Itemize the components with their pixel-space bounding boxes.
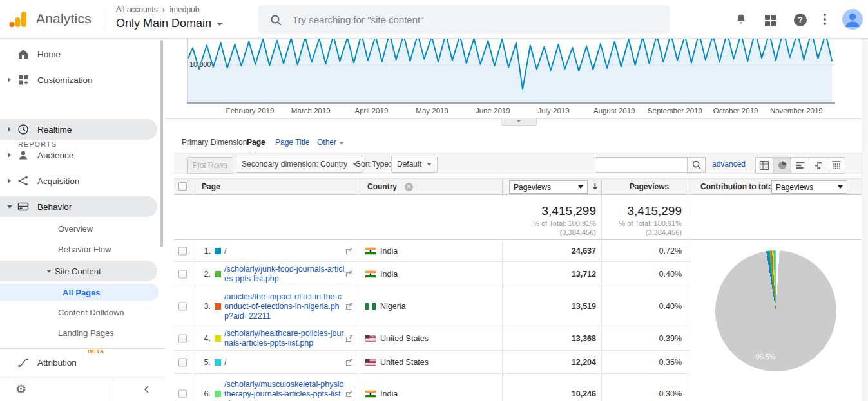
primary-dimension-page[interactable]: Page xyxy=(247,138,265,147)
chevron-down-icon xyxy=(217,23,223,26)
month-tick-label: May 2019 xyxy=(416,107,448,115)
sidebar-scrollbar[interactable] xyxy=(160,40,163,247)
sidebar-item-behavior[interactable]: Behavior xyxy=(0,196,157,217)
percentage-view-button[interactable] xyxy=(773,157,791,174)
column-header-page[interactable]: Page xyxy=(202,182,220,191)
open-in-new-icon[interactable] xyxy=(345,390,353,398)
flag-india-icon xyxy=(365,390,376,397)
sidebar-item-customization[interactable]: Customization xyxy=(0,70,157,90)
external-link[interactable] xyxy=(345,359,353,366)
page-link[interactable]: /articles/the-impact-of-ict-in-the-condu… xyxy=(224,292,345,321)
metric-select[interactable]: Pageviews xyxy=(509,180,588,194)
contribution-metric-select[interactable]: Pageviews xyxy=(771,180,847,194)
secondary-dimension-button[interactable]: Secondary dimension: Country xyxy=(236,156,363,173)
pageviews-value: 13,712 xyxy=(496,270,596,279)
table-row: 2./scholarly/junk-food-journals-articles… xyxy=(174,262,690,286)
row-checkbox[interactable] xyxy=(178,270,187,278)
contribution-percent: 0.40% xyxy=(608,270,682,279)
pageviews-value: 13,368 xyxy=(496,334,596,343)
sidebar-item-content-drilldown[interactable]: Content Drilldown xyxy=(0,303,157,321)
performance-view-button[interactable] xyxy=(791,157,809,174)
sidebar-item-attribution[interactable]: Attribution BETA xyxy=(0,352,157,373)
notifications-bell-icon[interactable] xyxy=(733,12,749,28)
open-in-new-icon[interactable] xyxy=(345,359,353,366)
property-selector[interactable]: Only Main Domain xyxy=(116,17,223,30)
external-link[interactable] xyxy=(345,335,353,342)
page-link[interactable]: /scholarly/healthcare-policies-journals-… xyxy=(224,329,345,348)
page-link[interactable]: / xyxy=(224,357,345,367)
row-checkbox[interactable] xyxy=(178,334,187,342)
page-link[interactable]: /scholarly/musculoskeletal-physiotherapy… xyxy=(224,379,345,401)
remove-secondary-dimension-icon[interactable]: ✕ xyxy=(405,183,413,191)
apps-grid-icon[interactable] xyxy=(764,14,780,30)
row-checkbox[interactable] xyxy=(178,389,187,398)
global-search[interactable]: Try searching for "site content" xyxy=(258,5,670,34)
sidebar-item-all-pages[interactable]: All Pages xyxy=(0,284,159,301)
avatar[interactable] xyxy=(842,9,863,30)
sort-direction-arrow[interactable]: ↓ xyxy=(592,182,599,191)
country-flag xyxy=(365,335,376,342)
column-header-pageviews[interactable]: Pageviews xyxy=(609,182,690,191)
external-link[interactable] xyxy=(345,247,353,255)
plot-rows-button[interactable]: Plot Rows xyxy=(187,157,233,174)
row-checkbox[interactable] xyxy=(178,247,187,255)
pageviews-value: 12,204 xyxy=(496,358,596,367)
country-flag xyxy=(365,390,376,397)
contribution-percent: 0.39% xyxy=(608,334,682,343)
sidebar: Home Customization REPORTS Realtime Audi… xyxy=(0,39,165,401)
select-all-checkbox[interactable] xyxy=(178,182,187,191)
admin-gear-icon[interactable]: ⚙ xyxy=(15,382,26,396)
sidebar-item-landing-pages[interactable]: Landing Pages xyxy=(0,324,157,342)
collapse-chart-tab[interactable] xyxy=(501,118,537,126)
country-name: India xyxy=(380,389,398,398)
external-link[interactable] xyxy=(345,390,353,398)
country-flag xyxy=(365,270,376,277)
sidebar-item-realtime[interactable]: Realtime xyxy=(0,119,157,140)
comparison-view-button[interactable] xyxy=(809,157,827,174)
primary-dimension-other[interactable]: Other xyxy=(317,138,344,147)
external-link[interactable] xyxy=(345,270,353,278)
analytics-logo-icon xyxy=(9,10,28,28)
table-view-button[interactable] xyxy=(755,157,773,174)
contribution-pie-panel: 96.5% xyxy=(690,240,862,401)
country-name: India xyxy=(380,270,398,279)
breadcrumb[interactable]: All accounts › imedpub xyxy=(116,5,199,14)
sort-type-button[interactable]: Default xyxy=(391,156,438,173)
pageviews-value: 24,637 xyxy=(496,247,596,256)
person-icon xyxy=(17,149,30,162)
pie-view-icon xyxy=(777,160,787,171)
open-in-new-icon[interactable] xyxy=(345,303,353,310)
primary-dimension-page-title[interactable]: Page Title xyxy=(275,138,309,147)
collapse-sidebar-icon[interactable] xyxy=(142,384,152,395)
chevron-down-icon xyxy=(578,185,583,189)
country-name: Nigeria xyxy=(380,302,406,311)
table-body: 1./India24,6370.72%2./scholarly/junk-foo… xyxy=(174,240,690,401)
table-filter-input[interactable] xyxy=(595,157,688,173)
month-tick-label: November 2019 xyxy=(770,107,823,115)
table-filter-search-button[interactable] xyxy=(687,157,706,173)
row-checkbox[interactable] xyxy=(178,302,187,310)
help-icon[interactable]: ? xyxy=(794,14,807,26)
row-checkbox[interactable] xyxy=(178,358,187,366)
kebab-menu-icon[interactable] xyxy=(820,12,830,27)
sidebar-item-behavior-flow[interactable]: Behavior Flow xyxy=(0,240,157,258)
pivot-view-button[interactable] xyxy=(827,157,845,174)
page-link[interactable]: /scholarly/junk-food-journals-articles-p… xyxy=(224,265,345,284)
sidebar-item-acquisition[interactable]: Acquisition xyxy=(0,171,157,191)
view-toggle-group xyxy=(755,157,845,174)
sidebar-item-audience[interactable]: Audience xyxy=(0,145,157,165)
advanced-filter-link[interactable]: advanced xyxy=(712,160,746,169)
column-header-country[interactable]: Country xyxy=(367,182,397,191)
sidebar-item-site-content[interactable]: Site Content xyxy=(0,261,157,281)
expand-arrow-icon xyxy=(8,77,11,82)
open-in-new-icon[interactable] xyxy=(345,270,353,278)
sidebar-item-overview[interactable]: Overview xyxy=(0,219,157,238)
series-color-swatch xyxy=(215,303,221,310)
open-in-new-icon[interactable] xyxy=(345,335,353,342)
country-name: United States xyxy=(380,334,429,343)
month-tick-label: April 2019 xyxy=(354,107,388,115)
page-link[interactable]: / xyxy=(224,246,345,256)
sidebar-item-home[interactable]: Home xyxy=(0,44,157,64)
external-link[interactable] xyxy=(345,303,353,310)
open-in-new-icon[interactable] xyxy=(345,247,353,255)
